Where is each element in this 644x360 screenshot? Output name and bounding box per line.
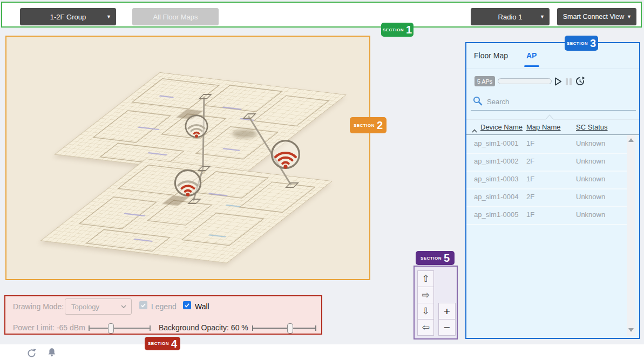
section-2-word: SECTION	[354, 123, 375, 128]
tab-floor-map[interactable]: Floor Map	[474, 51, 508, 60]
section-3-badge: SECTION 3	[565, 36, 598, 51]
section-5-number: 5	[444, 253, 450, 263]
slider-track	[253, 328, 316, 329]
drawing-mode-value: Topology	[65, 303, 99, 311]
chevron-down-icon: ▼	[627, 14, 632, 19]
view-mode-dropdown-label: Smart Connect View	[563, 13, 631, 21]
slider-end-tick	[315, 325, 316, 331]
zoom-in-button[interactable]: +	[438, 303, 456, 320]
wifi-strong-icon	[270, 139, 301, 170]
view-mode-dropdown[interactable]: Smart Connect View ▼	[557, 8, 636, 25]
section-1-badge: SECTION 1	[381, 23, 413, 37]
playback-progress-bar[interactable]	[498, 78, 552, 84]
column-header-device-name[interactable]: Device Name	[480, 123, 523, 131]
wifi-weak-icon	[184, 114, 209, 139]
cell-map-name: 1F	[526, 210, 534, 219]
pan-down-button[interactable]: ⇩	[417, 303, 434, 320]
scrollbar[interactable]	[627, 135, 635, 336]
refresh-history-icon	[575, 76, 585, 86]
tab-ap[interactable]: AP	[526, 51, 537, 60]
refresh-button[interactable]	[26, 348, 37, 360]
all-floor-maps-label: All Floor Maps	[153, 13, 198, 21]
search-input[interactable]	[486, 95, 628, 108]
wall-checkbox[interactable]	[183, 301, 191, 309]
floor-group-dropdown[interactable]: 1-2F Group ▼	[20, 8, 116, 25]
cell-map-name: 1F	[526, 175, 534, 183]
slider-track	[89, 328, 150, 329]
cell-device-name: ap_sim1-0004	[474, 193, 518, 201]
slider-end-tick	[89, 325, 90, 331]
floor-wall	[92, 110, 171, 142]
collapse-notch-fill	[546, 116, 553, 120]
top-toolbar: 1-2F Group ▼ All Floor Maps Radio 1 ▼ Sm…	[1, 2, 642, 28]
pan-left-button[interactable]: ⇦	[417, 319, 434, 336]
power-limit-slider-handle[interactable]	[108, 323, 114, 334]
zoom-out-button[interactable]: −	[438, 319, 456, 336]
refresh-history-button[interactable]	[575, 76, 585, 89]
pan-up-button[interactable]: ⇧	[417, 270, 434, 287]
ap-side-panel: Floor Map AP 5 APs Device Name Map	[465, 42, 640, 339]
section-1-word: SECTION	[383, 28, 404, 32]
ap-count-badge: 5 APs	[474, 76, 495, 86]
cell-map-name: 2F	[526, 193, 534, 201]
plus-icon: +	[444, 305, 450, 318]
arrow-right-icon: ⇨	[422, 289, 429, 301]
bell-icon	[46, 347, 57, 358]
cell-sc-status: Unknown	[576, 210, 605, 219]
power-limit-label: Power Limit: -65 dBm	[13, 323, 85, 332]
drawing-mode-label: Drawing Mode:	[13, 302, 64, 311]
section-4-badge: SECTION 4	[145, 337, 180, 350]
pan-right-button[interactable]: ⇨	[417, 287, 434, 303]
slider-end-tick	[150, 325, 151, 331]
search-icon	[473, 96, 483, 108]
table-row[interactable]: ap_sim1-0004 2F Unknown	[466, 188, 627, 207]
pause-button[interactable]	[566, 78, 572, 85]
notifications-button[interactable]	[46, 347, 57, 360]
minus-icon: −	[444, 321, 450, 334]
check-icon	[140, 302, 146, 308]
cell-sc-status: Unknown	[576, 193, 605, 201]
scrollbar-up-icon[interactable]	[628, 138, 634, 142]
cell-device-name: ap_sim1-0001	[474, 139, 518, 147]
ap-device-icon[interactable]	[270, 139, 301, 170]
cell-device-name: ap_sim1-0005	[474, 210, 518, 219]
column-header-sc-status[interactable]: SC Status	[576, 123, 608, 131]
floor-group-dropdown-label: 1-2F Group	[50, 13, 86, 21]
section-3-number: 3	[590, 38, 596, 49]
table-row[interactable]: ap_sim1-0003 1F Unknown	[466, 171, 627, 189]
section-5-word: SECTION	[421, 256, 442, 261]
table-row[interactable]: ap_sim1-0005 1F Unknown	[466, 206, 627, 225]
slider-end-tick	[252, 325, 253, 331]
radio-dropdown[interactable]: Radio 1 ▼	[471, 8, 550, 25]
check-icon	[184, 302, 190, 308]
floor-map-canvas[interactable]	[5, 36, 370, 280]
drawing-mode-select[interactable]: Topology	[65, 298, 132, 315]
active-tab-underline	[524, 65, 539, 67]
cell-sc-status: Unknown	[576, 139, 605, 147]
ap-device-icon[interactable]	[184, 114, 209, 139]
column-header-map-name[interactable]: Map Name	[526, 123, 561, 131]
search-underline	[471, 110, 636, 111]
cell-sc-status: Unknown	[576, 175, 605, 183]
cell-map-name: 1F	[526, 139, 534, 147]
pause-icon	[570, 78, 572, 85]
section-4-number: 4	[171, 338, 177, 349]
background-opacity-slider-handle[interactable]	[287, 323, 293, 334]
chevron-down-icon: ▼	[540, 14, 545, 19]
arrow-up-icon: ⇧	[422, 273, 429, 284]
play-button[interactable]	[554, 77, 562, 89]
radio-dropdown-label: Radio 1	[498, 13, 523, 21]
pause-icon	[566, 78, 568, 85]
table-row[interactable]: ap_sim1-0002 2F Unknown	[466, 153, 627, 172]
footer-bar	[0, 344, 644, 360]
map-display-controls: Drawing Mode: Topology Legend Wall Power…	[4, 295, 322, 335]
section-5-badge: SECTION 5	[416, 251, 455, 265]
legend-label: Legend	[151, 302, 177, 311]
ap-device-icon[interactable]	[173, 168, 202, 198]
floor-wall	[85, 229, 171, 252]
scrollbar-down-icon[interactable]	[628, 328, 634, 332]
refresh-icon	[26, 348, 37, 358]
floor-wall	[78, 196, 157, 229]
table-row[interactable]: ap_sim1-0001 1F Unknown	[466, 135, 627, 154]
legend-checkbox[interactable]	[139, 301, 147, 309]
